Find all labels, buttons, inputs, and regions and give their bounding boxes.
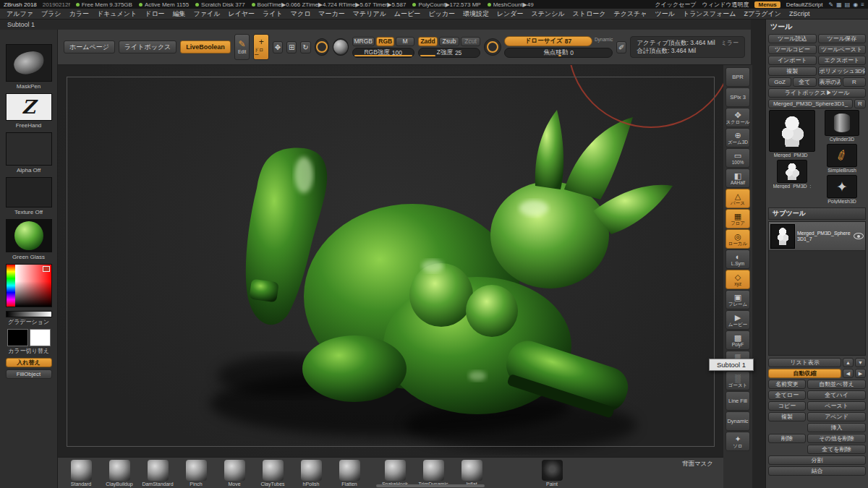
menu-item[interactable]: ピッカー	[425, 9, 459, 19]
menu-item[interactable]: ZScript	[786, 10, 814, 17]
subtool-section-title[interactable]: サブツール	[768, 207, 866, 220]
tray-brush[interactable]: hPolish	[295, 460, 327, 487]
rotate-icon[interactable]: ↻	[300, 41, 310, 53]
tool-button[interactable]: ツールコピー	[768, 45, 817, 54]
subtool-button[interactable]: ペースト	[807, 401, 866, 411]
tray-brush[interactable]: ClayBuildup	[103, 460, 135, 487]
subtool-down-button[interactable]: ▼	[855, 358, 866, 367]
zsub-button[interactable]: Zsub	[439, 37, 459, 46]
subtool-button[interactable]: アペンド	[807, 412, 866, 421]
scale-icon[interactable]: ⊞	[286, 41, 297, 53]
backface-mask-button[interactable]: 背面マスク	[682, 460, 713, 468]
m-button[interactable]: M	[396, 37, 414, 46]
menu-icon[interactable]: ≡	[861, 1, 864, 8]
draw-size-icon[interactable]	[484, 38, 501, 56]
liveboolean-button[interactable]: LiveBoolean	[180, 40, 231, 53]
gradient-bar[interactable]	[6, 311, 52, 317]
menu-item[interactable]: 編集	[169, 9, 190, 19]
tray-brush[interactable]: SnakeHook	[379, 460, 411, 487]
menu-item[interactable]: ツール	[652, 9, 678, 19]
tool-thumb-merged-2[interactable]	[777, 160, 807, 183]
zoom3d-icon[interactable]: ⊕ ズーム3D	[726, 128, 750, 147]
polyframe-icon[interactable]: ▩ PolyF	[726, 330, 750, 350]
edit-button[interactable]: ✎ Edit	[234, 34, 250, 60]
bpr-render-button[interactable]: BPR	[726, 67, 750, 87]
canvas-model[interactable]	[101, 65, 723, 457]
dynamic-button[interactable]: Dynamic	[726, 411, 750, 431]
color-picker[interactable]	[6, 264, 52, 307]
hue-strip[interactable]	[7, 265, 15, 307]
lightbox-button[interactable]: ライトボックス	[119, 40, 176, 53]
auto-collapse-button[interactable]: 自動収縮	[768, 369, 841, 378]
visibility-eye-icon[interactable]	[854, 233, 864, 239]
lsym-icon[interactable]: ◐ L.Sym	[726, 249, 750, 269]
local-transform-icon[interactable]: ◎ ローカル	[726, 229, 750, 249]
tray-scrollbar[interactable]	[376, 484, 485, 487]
goz-button[interactable]: 表示のみ	[818, 77, 841, 87]
solo-icon[interactable]: ✦ ソロ	[726, 432, 750, 451]
subtool-button[interactable]: 名前変更	[768, 380, 806, 389]
material-preview-icon[interactable]	[333, 38, 349, 56]
sphere-icon[interactable]: ◉	[853, 1, 858, 8]
rgb-intensity-slider[interactable]: RGB強度 100	[352, 48, 414, 58]
menu-item[interactable]: 環境設定	[459, 9, 493, 19]
rgb-button[interactable]: RGB	[376, 37, 394, 46]
menu-item[interactable]: ブラシ	[38, 9, 65, 19]
tray-brush[interactable]: DamStandard	[142, 460, 174, 487]
quicksave-button[interactable]: クイックセーブ	[655, 1, 696, 9]
current-stroke-thumb[interactable]: Z FreeHand	[6, 93, 52, 129]
lightbox-to-tool-button[interactable]: ライトボックス▶ツール	[768, 88, 866, 98]
tool-button[interactable]: ポリメッシュ3D化	[818, 67, 867, 76]
tool-thumb-cylinder[interactable]	[825, 110, 859, 136]
menu-item[interactable]: トランスフォーム	[679, 9, 739, 19]
menu-item[interactable]: ドロー	[141, 9, 168, 19]
document-icon[interactable]: ▤	[845, 1, 851, 8]
subtool-button[interactable]: 全てロー	[768, 390, 806, 400]
zadd-button[interactable]: Zadd	[418, 37, 438, 46]
tray-brush[interactable]: Paint	[536, 460, 568, 487]
tray-brush[interactable]: Inflat	[456, 460, 488, 487]
menu-item[interactable]: Zプラグイン	[740, 9, 785, 19]
brush-preview-icon[interactable]	[315, 38, 329, 56]
menu-item[interactable]: ファイル	[190, 9, 224, 19]
menu-item[interactable]: テクスチャ	[610, 9, 650, 19]
goz-button[interactable]: 全て	[793, 77, 816, 87]
menu-item[interactable]: カラー	[65, 9, 92, 19]
goz-button[interactable]: R	[843, 77, 866, 87]
subtool-button[interactable]: 自動並べ替え	[807, 380, 866, 389]
menu-item[interactable]: マクロ	[287, 9, 315, 19]
subtool-prev-button[interactable]: ◀	[843, 369, 854, 378]
tray-brush[interactable]: Pinch	[180, 460, 212, 487]
menus-badge[interactable]: Menus	[754, 1, 780, 8]
merge-button[interactable]: 結合	[768, 466, 866, 476]
document-canvas[interactable]	[58, 65, 723, 457]
gradient-item[interactable]: グラデーション	[6, 311, 52, 325]
dynamic-label[interactable]: Dynamic	[595, 37, 613, 42]
tablet-icon[interactable]: ▦	[836, 1, 842, 8]
subtool-button[interactable]: 全てハイ	[807, 390, 866, 400]
stylus-icon[interactable]: ✐	[616, 41, 626, 53]
subtool-up-button[interactable]: ▲	[843, 358, 854, 367]
subtool-button[interactable]: 削除	[768, 434, 806, 443]
secondary-color-swatch[interactable]	[30, 329, 51, 346]
subtool-button[interactable]: その他を削除	[807, 434, 866, 443]
subtool-button[interactable]: 挿入	[807, 423, 866, 432]
pxyz-icon[interactable]: ◇ xyz	[726, 270, 750, 289]
menu-item[interactable]: アルファ	[3, 9, 37, 19]
subtool-button[interactable]: 全てを削除	[807, 445, 866, 454]
linefill-button[interactable]: Line Fill	[726, 391, 750, 411]
floor-grid-icon[interactable]: ▦ フロア	[726, 209, 750, 228]
spix-subpixel-slider[interactable]: SPix 3	[726, 87, 750, 107]
tool-button[interactable]: ツールペースト	[818, 45, 867, 54]
tray-brush[interactable]: Standard	[65, 460, 97, 487]
aahalf-icon[interactable]: ◧ AAHalf	[726, 168, 750, 188]
scroll-canvas-icon[interactable]: ✥ スクロール	[726, 108, 750, 127]
menu-item[interactable]: ムービー	[391, 9, 424, 19]
tool-thumb-polymesh3d[interactable]: ✦	[827, 175, 857, 198]
list-view-button[interactable]: リスト表示	[768, 358, 841, 367]
movie-icon[interactable]: ▶ ムービー	[726, 310, 750, 330]
menu-item[interactable]: ライト	[259, 9, 286, 19]
color-switch-label[interactable]: カラー切り替え	[8, 348, 49, 354]
pen-icon[interactable]: ✎	[829, 1, 834, 8]
tray-brush[interactable]: ClayTubes	[257, 460, 289, 487]
